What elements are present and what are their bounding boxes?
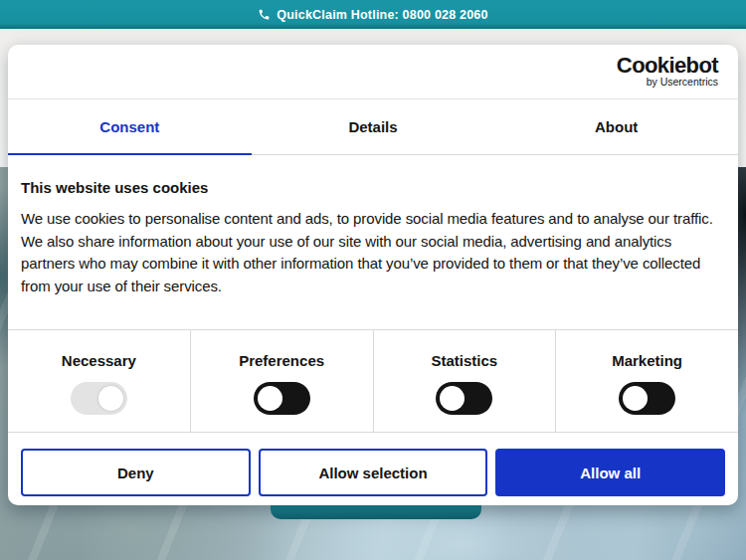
consent-description: We use cookies to personalise content an…: [21, 208, 725, 297]
toggle-knob: [440, 386, 465, 411]
consent-heading: This website uses cookies: [21, 179, 725, 196]
toggle-knob: [623, 386, 648, 411]
phone-icon: [258, 8, 271, 21]
cookiebot-wordmark: Cookiebot: [617, 56, 718, 76]
cookie-consent-dialog: Cookiebot by Usercentrics Consent Detail…: [8, 45, 738, 505]
dialog-tabs: Consent Details About: [8, 99, 738, 155]
toggle-knob: [258, 386, 282, 411]
hotline-link[interactable]: QuickClaim Hotline: 0800 028 2060: [258, 8, 487, 22]
marketing-label: Marketing: [612, 352, 682, 369]
cookie-category-toggles: Necessary Preferences Statistics Marketi…: [8, 329, 738, 433]
hotline-label: QuickClaim Hotline: 0800 028 2060: [277, 8, 487, 22]
category-marketing: Marketing: [556, 330, 738, 432]
dialog-logo-row: Cookiebot by Usercentrics: [8, 45, 738, 99]
cookiebot-logo[interactable]: Cookiebot by Usercentrics: [617, 56, 718, 88]
deny-button[interactable]: Deny: [21, 449, 251, 496]
preferences-toggle[interactable]: [254, 382, 310, 415]
marketing-toggle[interactable]: [619, 382, 675, 415]
category-preferences: Preferences: [191, 330, 374, 432]
necessary-label: Necessary: [62, 352, 136, 369]
hotline-topbar: QuickClaim Hotline: 0800 028 2060: [0, 0, 746, 29]
allow-selection-button[interactable]: Allow selection: [259, 449, 488, 496]
allow-all-button[interactable]: Allow all: [495, 449, 725, 496]
consent-content: This website uses cookies We use cookies…: [8, 155, 738, 297]
preferences-label: Preferences: [239, 352, 324, 369]
tab-consent[interactable]: Consent: [8, 99, 252, 155]
toggle-knob: [98, 386, 123, 411]
category-statistics: Statistics: [374, 330, 557, 432]
tab-about[interactable]: About: [494, 99, 738, 155]
statistics-label: Statistics: [432, 352, 498, 369]
statistics-toggle[interactable]: [436, 382, 492, 415]
necessary-toggle: [71, 382, 127, 415]
category-necessary: Necessary: [8, 330, 191, 432]
consent-buttons: Deny Allow selection Allow all: [8, 449, 738, 496]
tab-details[interactable]: Details: [252, 99, 495, 155]
